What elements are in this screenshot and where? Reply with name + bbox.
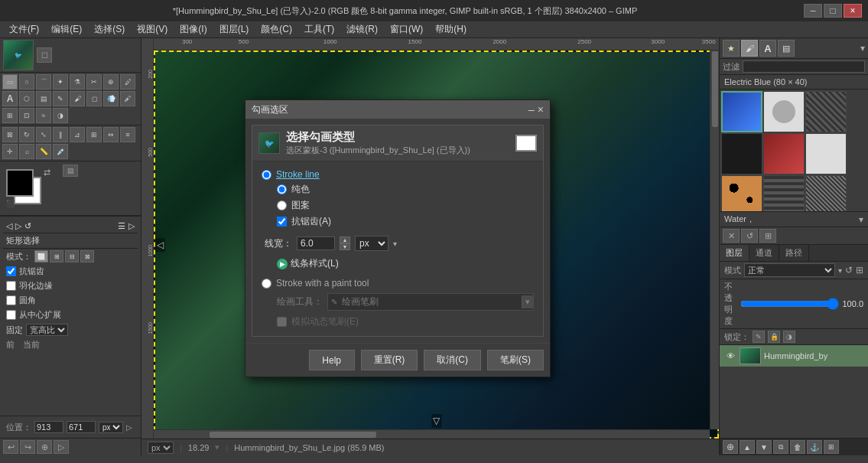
line-style-row: ▶ 线条样式(L) [277,257,534,270]
simulate-dynamics-label: 模拟动态笔刷(E) [291,315,359,328]
line-width-label: 线宽： [265,237,292,250]
gimp-logo-icon: 🐦 [258,132,280,154]
stroke-paint-row: Stroke with a paint tool [262,276,534,290]
color-preview-box [515,135,537,152]
dialog-overlay: 勾画选区 – × 🐦 选择勾画类型 选区蒙板-3 ([Hummingbird_b… [0,0,868,463]
pattern-label: 图案 [291,199,310,212]
paint-tool-section: 绘画工具： ✎ 绘画笔刷 ▾ 模拟动态笔刷(E) [277,293,534,330]
stroke-paint-label: Stroke with a paint tool [276,278,369,289]
stroke-line-section: Stroke line 纯色 图案 [262,168,534,270]
line-width-unit-select[interactable]: px mm [355,236,388,251]
line-width-down-button[interactable]: ▼ [340,243,350,250]
paint-tool-dropdown-box: ✎ 绘画笔刷 ▾ [327,293,534,311]
anti-alias-dialog-checkbox[interactable] [277,217,287,227]
simulate-dynamics-row: 模拟动态笔刷(E) [277,314,534,330]
inner-dialog: 🐦 选择勾画类型 选区蒙板-3 ([Hummingbird_by_Shu_Le]… [252,125,544,337]
inner-dialog-header: 🐦 选择勾画类型 选区蒙板-3 ([Hummingbird_by_Shu_Le]… [252,126,543,161]
reset-button[interactable]: 重置(R) [361,350,418,370]
pattern-row: 图案 [277,197,534,214]
stroke-paint-section: Stroke with a paint tool 绘画工具： ✎ 绘画笔刷 ▾ [262,276,534,330]
dialog-title: 勾画选区 [252,103,288,116]
pure-color-row: 纯色 [277,181,534,197]
stroke-dialog: 勾画选区 – × 🐦 选择勾画类型 选区蒙板-3 ([Hummingbird_b… [245,99,551,377]
inner-dialog-subtitle-text: 选区蒙板-3 ([Hummingbird_by_Shu_Le] (已导入)) [286,145,509,156]
draw-tool-label: 绘画工具： [277,295,323,308]
pure-color-radio[interactable] [277,184,287,194]
anti-alias-dialog-label: 抗锯齿(A) [291,215,331,228]
help-button[interactable]: Help [309,350,355,370]
line-width-row: 线宽： ▲ ▼ px mm ▾ [265,233,534,254]
pure-color-label: 纯色 [291,183,310,196]
line-width-up-button[interactable]: ▲ [340,236,350,243]
dialog-close-button[interactable]: × [538,103,544,116]
simulate-dynamics-checkbox[interactable] [277,317,287,327]
line-style-expand-icon[interactable]: ▶ [277,259,288,269]
line-style-label: 线条样式(L) [291,257,339,270]
stroke-line-suboptions: 纯色 图案 抗锯齿(A) [277,181,534,230]
dialog-titlebar: 勾画选区 – × [245,100,550,119]
stroke-button[interactable]: 笔刷(S) [487,350,544,370]
unit-expand-icon[interactable]: ▾ [393,240,397,248]
inner-dialog-body: Stroke line 纯色 图案 [252,161,543,336]
paintbrush-icon-small: ✎ [328,296,340,308]
draw-tool-row: 绘画工具： ✎ 绘画笔刷 ▾ [277,293,534,311]
stroke-line-label: Stroke line [276,169,320,180]
dialog-minimize-button[interactable]: – [528,103,535,116]
paint-tool-expand-button[interactable]: ▾ [522,295,533,308]
line-width-spinners: ▲ ▼ [340,236,350,250]
stroke-paint-radio[interactable] [262,279,271,289]
inner-dialog-title-text: 选择勾画类型 [286,130,509,145]
dialog-buttons: Help 重置(R) 取消(C) 笔刷(S) [245,343,550,377]
stroke-line-row: Stroke line [262,168,534,181]
cancel-button[interactable]: 取消(C) [424,350,481,370]
line-width-input[interactable] [297,236,335,250]
line-style-expand-row: ▶ 线条样式(L) [277,257,534,270]
stroke-line-radio[interactable] [262,170,271,180]
pattern-radio[interactable] [277,201,287,210]
anti-alias-dialog-row: 抗锯齿(A) [277,214,534,230]
draw-tool-value: 绘画笔刷 [340,294,522,310]
